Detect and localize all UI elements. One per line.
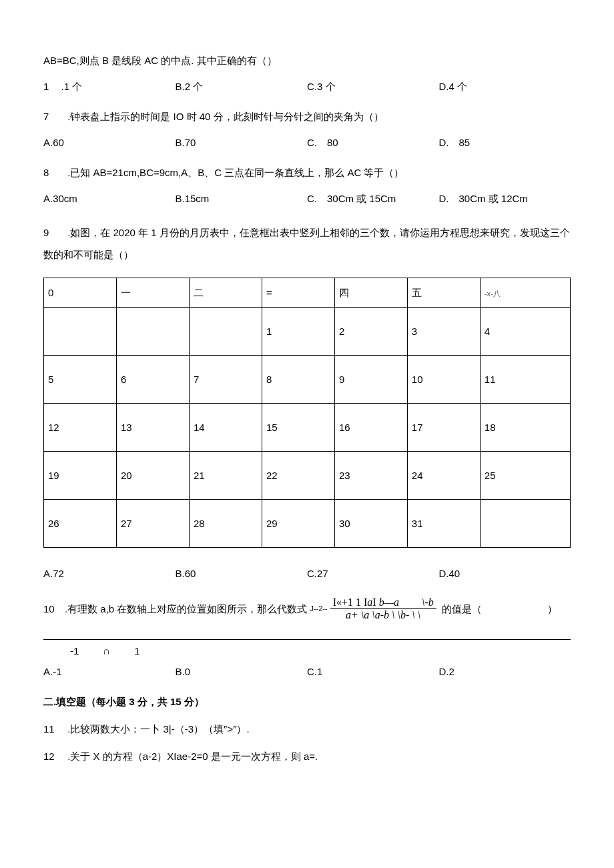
q6-optA-num: 1 xyxy=(43,81,49,92)
q7-options: A.60 B.70 C. 80 D. 85 xyxy=(43,135,571,149)
q8-optD[interactable]: D. 30Cm 或 12Cm xyxy=(439,191,571,205)
q6-text: AB=BC,则点 B 是线段 AC 的中点. 其中正确的有（） xyxy=(43,55,277,66)
cal-head-3: = xyxy=(262,278,334,308)
calendar-table: 0 一 二 = 四 五 -x-八 1 2 3 4 5 6 7 8 9 10 11… xyxy=(43,278,571,548)
q10-fraction: I«+1 1 IaIb—a \-b a+ \a \a-b \ \b- \ \ xyxy=(330,596,436,622)
cal-cell: 18 xyxy=(480,404,570,452)
q8-optB[interactable]: B.15cm xyxy=(176,191,308,205)
q7-optB[interactable]: B.70 xyxy=(176,135,308,149)
q12-num: 12 xyxy=(43,749,55,763)
cal-cell: 13 xyxy=(116,404,189,452)
calendar-row: 19 20 21 22 23 24 25 xyxy=(44,452,571,500)
cal-cell: 19 xyxy=(44,452,117,500)
cal-head-2: 二 xyxy=(189,278,262,308)
q8-num: 8 xyxy=(43,165,55,179)
q10-options: A.-1 B.0 C.1 D.2 xyxy=(43,665,571,679)
q12-text: .关于 X 的方程（a-2）XIae-2=0 是一元一次方程，则 a=. xyxy=(67,751,318,762)
cal-head-5: 五 xyxy=(407,278,480,308)
cal-cell: 10 xyxy=(407,356,480,404)
q6-line: AB=BC,则点 B 是线段 AC 的中点. 其中正确的有（） xyxy=(43,53,571,67)
cal-cell: 3 xyxy=(407,308,480,356)
cal-cell: 22 xyxy=(262,452,334,500)
q11-num: 11 xyxy=(43,722,55,736)
q7-line: 7 .钟表盘上指示的时间是 IO 时 40 分，此刻时针与分针之间的夹角为（） xyxy=(43,109,571,123)
cal-head-4: 四 xyxy=(334,278,407,308)
cal-cell xyxy=(189,308,262,356)
cal-cell: 29 xyxy=(262,500,334,548)
cal-cell xyxy=(480,500,570,548)
cal-cell: 25 xyxy=(480,452,570,500)
cal-cell: 11 xyxy=(480,356,570,404)
q10-text-after2: ） xyxy=(547,602,571,616)
q7-text: .钟表盘上指示的时间是 IO 时 40 分，此刻时针与分针之间的夹角为（） xyxy=(67,111,383,122)
cal-head-0: 0 xyxy=(44,278,117,308)
q6-optB[interactable]: B.2 个 xyxy=(176,79,308,93)
cal-cell: 27 xyxy=(116,500,189,548)
q10-optD[interactable]: D.2 xyxy=(439,665,571,679)
q6-optC[interactable]: C.3 个 xyxy=(307,79,439,93)
q8-optC[interactable]: C. 30Cm 或 15Cm xyxy=(307,191,439,205)
q10-optA[interactable]: A.-1 xyxy=(43,665,176,679)
q7-num: 7 xyxy=(43,109,55,123)
q9-optB[interactable]: B.60 xyxy=(176,566,308,580)
cal-cell: 24 xyxy=(407,452,480,500)
cal-head-1: 一 xyxy=(116,278,189,308)
calendar-row: 1 2 3 4 xyxy=(44,308,571,356)
cal-cell: 17 xyxy=(407,404,480,452)
q6-optD[interactable]: D.4 个 xyxy=(439,79,571,93)
calendar-row: 12 13 14 15 16 17 18 xyxy=(44,404,571,452)
q10-text-after: 的值是（ xyxy=(442,602,482,616)
q12-line: 12 .关于 X 的方程（a-2）XIae-2=0 是一元一次方程，则 a=. xyxy=(43,749,571,763)
numline-neg1: -1 xyxy=(70,644,79,658)
numline-zero: ∩ xyxy=(103,644,110,658)
cal-cell: 20 xyxy=(116,452,189,500)
cal-cell: 9 xyxy=(334,356,407,404)
cal-cell: 5 xyxy=(44,356,117,404)
q8-line: 8 .已知 AB=21cm,BC=9cm,A、B、C 三点在同一条直线上，那么 … xyxy=(43,165,571,179)
q11-line: 11 .比较两数大小：一卜 3|-（-3）（填″>″）. xyxy=(43,722,571,736)
number-line-labels: -1 ∩ 1 xyxy=(43,644,571,658)
calendar-row: 26 27 28 29 30 31 xyxy=(44,500,571,548)
number-line xyxy=(43,639,571,640)
cal-cell: 2 xyxy=(334,308,407,356)
cal-cell: 12 xyxy=(44,404,117,452)
q11-text: .比较两数大小：一卜 3|-（-3）（填″>″）. xyxy=(67,723,249,735)
q9-text: .如图，在 2020 年 1 月份的月历表中，任意框出表中竖列上相邻的三个数，请… xyxy=(43,227,570,260)
q9-optA[interactable]: A.72 xyxy=(43,566,176,580)
q7-optD[interactable]: D. 85 xyxy=(439,135,571,149)
q10-optB[interactable]: B.0 xyxy=(176,665,308,679)
cal-cell xyxy=(116,308,189,356)
calendar-row: 5 6 7 8 9 10 11 xyxy=(44,356,571,404)
cal-cell: 1 xyxy=(262,308,334,356)
cal-cell: 6 xyxy=(116,356,189,404)
q10-text-before: .有理数 a,b 在数轴上对应的位置如图所示，那么代数式 xyxy=(65,602,307,616)
q9-options: A.72 B.60 C.27 D.40 xyxy=(43,566,571,580)
q8-optA[interactable]: A.30cm xyxy=(43,191,176,205)
q8-text: .已知 AB=21cm,BC=9cm,A、B、C 三点在同一条直线上，那么 AC… xyxy=(67,167,404,178)
cal-cell xyxy=(44,308,117,356)
q9-optC[interactable]: C.27 xyxy=(307,566,439,580)
q10-optC[interactable]: C.1 xyxy=(307,665,439,679)
cal-cell: 28 xyxy=(189,500,262,548)
q10-num: 10 xyxy=(43,602,55,616)
cal-cell: 7 xyxy=(189,356,262,404)
q8-options: A.30cm B.15cm C. 30Cm 或 15Cm D. 30Cm 或 1… xyxy=(43,191,571,205)
calendar-header-row: 0 一 二 = 四 五 -x-八 xyxy=(44,278,571,308)
q6-options: 1 .1 个 B.2 个 C.3 个 D.4 个 xyxy=(43,79,571,93)
cal-cell: 14 xyxy=(189,404,262,452)
numline-pos1: 1 xyxy=(134,644,139,658)
q6-optA[interactable]: 1 .1 个 xyxy=(43,79,176,93)
cal-cell: 30 xyxy=(334,500,407,548)
cal-cell: 23 xyxy=(334,452,407,500)
cal-cell: 31 xyxy=(407,500,480,548)
cal-cell: 8 xyxy=(262,356,334,404)
q6-optA-text: .1 个 xyxy=(61,81,83,92)
q9-optD[interactable]: D.40 xyxy=(439,566,571,580)
q7-optC[interactable]: C. 80 xyxy=(307,135,439,149)
cal-cell: 21 xyxy=(189,452,262,500)
q7-optA[interactable]: A.60 xyxy=(43,135,176,149)
cal-head-6: -x-八 xyxy=(480,278,570,308)
cal-cell: 15 xyxy=(262,404,334,452)
cal-cell: 4 xyxy=(480,308,570,356)
q9-num: 9 xyxy=(43,222,55,244)
